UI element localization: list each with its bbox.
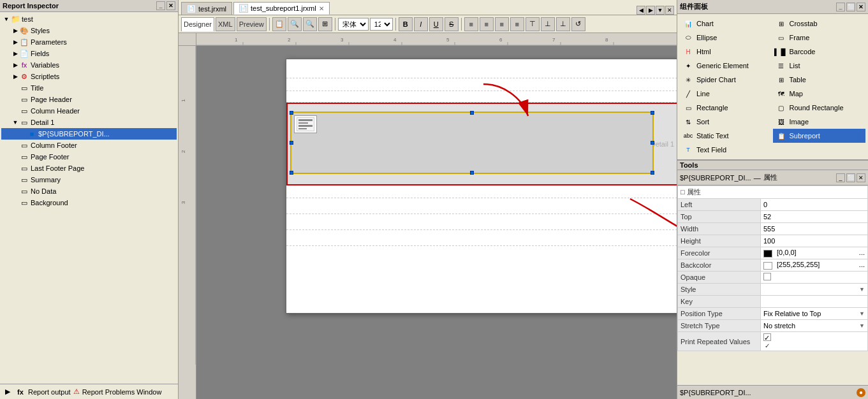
tree-root[interactable]: ▼ 📁 test — [1, 13, 177, 25]
comp-list[interactable]: ☰ List — [773, 59, 866, 73]
prop-val-opaque[interactable] — [761, 272, 868, 284]
left-panel-close[interactable]: ✕ — [166, 1, 175, 10]
prop-val-height[interactable]: 100 — [761, 235, 868, 247]
tab-subreport-jrxml[interactable]: 📄 test_subreport1.jrxml ✕ — [233, 2, 330, 15]
tree-item-column-footer[interactable]: ▭ Column Footer — [1, 140, 177, 151]
stretch-type-dropdown[interactable]: No stretch ▼ — [763, 322, 865, 330]
comp-spider[interactable]: ✳ Spider Chart — [680, 73, 773, 87]
tree-item-styles[interactable]: ▶ 🎨 Styles — [1, 25, 177, 36]
section-detail-1[interactable]: Detail 1 — [286, 103, 677, 185]
align-justify-btn[interactable]: ≡ — [510, 17, 524, 31]
tab-close-subreport[interactable]: ✕ — [319, 5, 324, 12]
style-dropdown[interactable]: ▼ — [763, 286, 865, 293]
tree-item-title[interactable]: ▭ Title — [1, 82, 177, 94]
bold-btn[interactable]: B — [399, 17, 413, 31]
tree-item-summary[interactable]: ▭ Summary — [1, 174, 177, 185]
comp-generic[interactable]: ✦ Generic Element — [680, 59, 773, 73]
handle-bc[interactable] — [470, 171, 474, 175]
tab-nav-close[interactable]: ✕ — [665, 6, 674, 15]
left-panel-minimize[interactable]: _ — [156, 1, 165, 10]
props-minimize[interactable]: _ — [836, 173, 845, 182]
backcolor-edit-btn[interactable]: ... — [859, 261, 865, 268]
handle-br[interactable] — [651, 171, 654, 175]
align-right-btn[interactable]: ≡ — [495, 17, 509, 31]
tree-item-page-footer[interactable]: ▭ Page Footer — [1, 151, 177, 163]
comp-chart[interactable]: 📊 Chart — [680, 17, 773, 31]
opaque-checkbox[interactable] — [763, 273, 771, 280]
handle-bl[interactable] — [290, 171, 293, 175]
prop-val-backcolor[interactable]: [255,255,255] ... — [761, 259, 868, 272]
italic-btn[interactable]: I — [414, 17, 428, 31]
subreport-element[interactable] — [290, 112, 654, 174]
tree-item-column-header[interactable]: ▭ Column Header — [1, 105, 177, 117]
tree-item-scriptlets[interactable]: ▶ ⚙ Scriptlets — [1, 71, 177, 82]
right-panel-close[interactable]: ✕ — [857, 3, 865, 11]
align-left-btn[interactable]: ≡ — [464, 17, 478, 31]
comp-rectangle[interactable]: ▭ Rectangle — [680, 101, 773, 115]
strikethrough-btn[interactable]: S — [445, 17, 459, 31]
right-panel-float[interactable]: ⬜ — [846, 3, 855, 11]
comp-map[interactable]: 🗺 Map — [773, 87, 866, 101]
xml-tab-btn[interactable]: XML — [216, 17, 235, 31]
prop-val-print-repeated[interactable]: ✓ — [761, 332, 868, 351]
toolbar-btn-zoom-out[interactable]: 🔍 — [303, 17, 317, 31]
prop-val-left[interactable]: 0 — [761, 199, 868, 211]
toolbar-btn-zoom-in[interactable]: 🔍 — [288, 17, 302, 31]
comp-round-rect[interactable]: ▢ Round Rectangle — [773, 101, 866, 115]
preview-tab-btn[interactable]: Preview — [237, 17, 267, 31]
handle-ml[interactable] — [290, 141, 293, 145]
prop-val-top[interactable]: 52 — [761, 211, 868, 223]
comp-line[interactable]: ╱ Line — [680, 87, 773, 101]
comp-ellipse[interactable]: ⬭ Ellipse — [680, 31, 773, 45]
prop-val-key[interactable] — [761, 296, 868, 308]
tab-nav-next[interactable]: ▶ — [646, 6, 655, 15]
comp-html[interactable]: H Html — [680, 45, 773, 59]
tree-item-detail1[interactable]: ▼ ▭ Detail 1 — [1, 117, 177, 128]
tree-item-subreport[interactable]: ■ $P{SUBREPORT_DI... — [1, 128, 177, 140]
handle-tr[interactable] — [651, 111, 654, 115]
run-icon[interactable]: ▶ — [3, 387, 13, 397]
prop-val-style[interactable]: ▼ — [761, 284, 868, 296]
tree-item-fields[interactable]: ▶ 📄 Fields — [1, 48, 177, 59]
handle-mr[interactable] — [651, 141, 654, 145]
comp-static-text[interactable]: abc Static Text — [680, 129, 773, 143]
position-type-dropdown[interactable]: Fix Relative to Top ▼ — [763, 310, 865, 317]
tab-nav-down[interactable]: ▼ — [656, 6, 665, 15]
handle-tl[interactable] — [290, 111, 293, 115]
prop-val-stretch-type[interactable]: No stretch ▼ — [761, 320, 868, 332]
font-name-select[interactable]: 宋体 — [338, 18, 369, 31]
comp-sort[interactable]: ⇅ Sort — [680, 115, 773, 129]
comp-crosstab[interactable]: ⊞ Crosstab — [773, 17, 866, 31]
right-panel-minimize[interactable]: _ — [836, 3, 845, 11]
tree-item-background[interactable]: ▭ Background — [1, 197, 177, 208]
comp-table[interactable]: ⊞ Table — [773, 73, 866, 87]
font-size-select[interactable]: 12 — [370, 18, 393, 31]
props-float[interactable]: ⬜ — [846, 173, 855, 182]
formula-icon[interactable]: fx — [15, 387, 26, 397]
rotate-btn[interactable]: ↺ — [571, 17, 585, 31]
comp-subreport[interactable]: 📋 Subreport — [773, 129, 866, 143]
tree-item-last-footer[interactable]: ▭ Last Footer Page — [1, 163, 177, 174]
tree-item-page-header[interactable]: ▭ Page Header — [1, 94, 177, 105]
props-close[interactable]: ✕ — [857, 173, 865, 182]
tab-test-jrxml[interactable]: 📄 test.jrxml — [181, 2, 232, 15]
underline-btn[interactable]: U — [429, 17, 443, 31]
toolbar-btn-grid[interactable]: ⊞ — [318, 17, 332, 31]
comp-barcode[interactable]: ▌▐▌ Barcode — [773, 45, 866, 59]
print-repeated-checkbox[interactable]: ✓ — [763, 333, 771, 341]
comp-frame[interactable]: ▭ Frame — [773, 31, 866, 45]
align-center-btn[interactable]: ≡ — [480, 17, 494, 31]
toolbar-btn-report[interactable]: 📋 — [272, 17, 286, 31]
tree-item-variables[interactable]: ▶ fx Variables — [1, 59, 177, 71]
valign-bottom-btn[interactable]: ⊥ — [556, 17, 570, 31]
prop-val-forecolor[interactable]: [0,0,0] ... — [761, 247, 868, 259]
prop-val-position-type[interactable]: Fix Relative to Top ▼ — [761, 308, 868, 320]
comp-image[interactable]: 🖼 Image — [773, 115, 866, 129]
comp-text-field[interactable]: T Text Field — [680, 143, 773, 157]
valign-middle-btn[interactable]: ⊥ — [541, 17, 555, 31]
valign-top-btn[interactable]: ⊤ — [526, 17, 540, 31]
designer-tab-btn[interactable]: Designer — [181, 17, 214, 31]
prop-val-width[interactable]: 555 — [761, 223, 868, 235]
tab-nav-prev[interactable]: ◀ — [636, 6, 645, 15]
handle-tc[interactable] — [470, 111, 474, 115]
